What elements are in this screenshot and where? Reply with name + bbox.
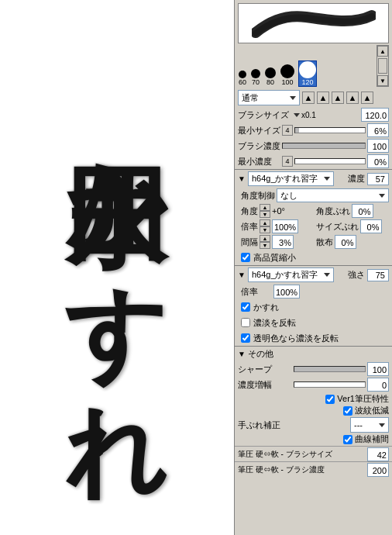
section1-triangle[interactable]: ▼	[238, 174, 246, 183]
section1-value[interactable]: 57	[367, 173, 389, 185]
density-boost-value[interactable]: 0	[367, 378, 389, 392]
mag2-value[interactable]: 100%	[273, 285, 300, 299]
triangle-btn-1[interactable]: ▲	[302, 91, 315, 104]
high-quality-checkbox[interactable]	[241, 253, 250, 262]
wave-reduction-checkbox[interactable]	[343, 406, 352, 416]
interval-up[interactable]: ▲	[260, 235, 270, 242]
brush-scrollbar[interactable]: ▲ ▼	[377, 45, 389, 87]
pen-pressure1-value[interactable]: 42	[367, 447, 389, 461]
section2-title-box[interactable]: h64g_かすれ習字	[248, 268, 334, 282]
other-triangle[interactable]: ▼	[238, 350, 246, 358]
min-size-label: 最小サイズ	[238, 125, 280, 136]
triangle-btn-4[interactable]: ▲	[346, 91, 359, 104]
brush-size-selector: 60 70 80 100 120 ▲ ▼	[235, 45, 392, 88]
pen-pressure1-row: 筆圧 硬⇔軟 - ブラシサイズ 42	[235, 446, 392, 461]
kasure-row: かすれ	[235, 299, 392, 315]
mag-updown: ▲ ▼	[260, 219, 270, 233]
sharp-slider[interactable]	[294, 366, 366, 372]
invert-density-label: 濃淡を反転	[253, 317, 296, 329]
section2-title: h64g_かすれ習字	[252, 269, 318, 281]
interval-col1: 間隔 ▲ ▼ 3%	[241, 235, 315, 249]
triangle-btn-5[interactable]: ▲	[361, 91, 373, 104]
section1-title-box[interactable]: h64g_かすれ習字	[248, 171, 334, 186]
angle-down[interactable]: ▼	[260, 211, 270, 218]
brush-circles: 60 70 80 100 120	[238, 45, 377, 87]
hand-shake-value: ---	[354, 420, 363, 430]
hand-shake-arrow	[379, 423, 385, 427]
pen-pressure2-value[interactable]: 200	[367, 463, 389, 477]
brush-preview	[238, 3, 389, 43]
scatter-label: 散布	[316, 236, 333, 248]
curve-interpolation-label: 曲線補間	[355, 433, 389, 445]
scatter-value[interactable]: 0%	[335, 235, 356, 249]
angle-control-value: なし	[280, 190, 297, 202]
pen-pressure1-label: 筆圧 硬⇔軟 - ブラシサイズ	[238, 449, 332, 460]
mode-dropdown[interactable]: 通常	[238, 90, 300, 105]
triangle-btn-2[interactable]: ▲	[317, 91, 329, 104]
angle-up[interactable]: ▲	[260, 204, 270, 211]
mag-down[interactable]: ▼	[260, 226, 270, 233]
wave-reduction-label: 波紋低減	[355, 405, 389, 416]
triangle-btn-3[interactable]: ▲	[332, 91, 344, 104]
brush-item-100[interactable]: 100	[280, 64, 295, 87]
mag2-row: 倍率 100%	[235, 284, 392, 299]
scroll-thumb[interactable]	[378, 58, 387, 74]
other-section-header: ▼ その他	[235, 346, 392, 361]
scroll-down-arrow[interactable]: ▼	[377, 75, 388, 86]
brush-item-120[interactable]: 120	[298, 60, 317, 87]
section1-dropdown-arrow	[324, 177, 330, 181]
min-size-icon: 4	[282, 125, 293, 136]
brush-density-value[interactable]: 100	[367, 139, 389, 153]
sharp-label: シャープ	[238, 364, 292, 375]
max-density-icon: 4	[282, 156, 293, 167]
interval-value[interactable]: 3%	[272, 235, 294, 249]
pen-pressure2-row: 筆圧 硬⇔軟 - ブラシ濃度 200	[235, 461, 392, 477]
density-boost-slider[interactable]	[294, 381, 366, 388]
ver1-checkbox[interactable]	[325, 395, 335, 404]
mag-row: 倍率 ▲ ▼ 100% サイズぶれ 0%	[235, 219, 392, 234]
ver1-wave-group: Ver1筆圧特性 波紋低減	[235, 392, 392, 417]
size-blur-value[interactable]: 0%	[360, 219, 382, 233]
brush-size-value[interactable]: 120.0	[361, 108, 389, 122]
canvas-area[interactable]: 永囲かすれ	[0, 0, 234, 535]
pen-pressure2-label: 筆圧 硬⇔軟 - ブラシ濃度	[238, 464, 325, 475]
transparent-invert-checkbox[interactable]	[241, 333, 250, 343]
invert-density-checkbox[interactable]	[241, 318, 250, 327]
sharp-value[interactable]: 100	[367, 362, 389, 376]
angle-row: 角度 ▲ ▼ +0° 角度ぶれ 0%	[235, 203, 392, 219]
section1-sublabel: 濃度	[348, 173, 365, 185]
min-size-slider[interactable]	[294, 127, 366, 133]
other-label: その他	[248, 348, 273, 360]
ver1-row: Ver1筆圧特性	[325, 393, 389, 405]
max-density-slider[interactable]	[294, 158, 366, 164]
brush-item-70[interactable]: 70	[250, 68, 261, 87]
section2-sublabel: 強さ	[348, 269, 365, 281]
max-density-row: 最小濃度 4 0%	[235, 154, 392, 169]
kasure-checkbox[interactable]	[241, 302, 250, 312]
mode-row: 通常 ▲ ▲ ▲ ▲ ▲	[235, 88, 392, 107]
brush-density-slider[interactable]	[282, 143, 366, 149]
brush-item-80[interactable]: 80	[264, 67, 277, 87]
section2-triangle[interactable]: ▼	[238, 271, 246, 279]
brush-size-label: ブラシサイズ	[238, 109, 289, 121]
brush-size-dropdown-arrow[interactable]	[294, 113, 300, 117]
hand-shake-dropdown[interactable]: ---	[350, 417, 389, 433]
section2-value[interactable]: 75	[367, 269, 389, 281]
interval-down[interactable]: ▼	[260, 242, 270, 249]
mag-value[interactable]: 100%	[272, 219, 298, 233]
max-density-value[interactable]: 0%	[367, 154, 389, 168]
curve-check-group: 曲線補間	[343, 433, 389, 445]
scroll-up-arrow[interactable]: ▲	[377, 46, 388, 57]
angle-col1: 角度 ▲ ▼ +0°	[241, 204, 315, 218]
brush-stroke-svg	[252, 8, 376, 39]
curve-interpolation-checkbox[interactable]	[343, 435, 352, 444]
angle-prefix: +0°	[272, 206, 285, 216]
curve-interpolation-row: 曲線補間	[235, 433, 392, 446]
angle-blur-label: 角度ぶれ	[316, 205, 350, 217]
angle-control-dropdown[interactable]: なし	[277, 188, 389, 202]
brush-item-60[interactable]: 60	[238, 70, 247, 87]
min-size-value[interactable]: 6%	[367, 123, 389, 137]
hand-shake-label: 手ぶれ補正	[238, 419, 280, 431]
mag-up[interactable]: ▲	[260, 219, 270, 226]
angle-blur-value[interactable]: 0%	[352, 204, 373, 218]
